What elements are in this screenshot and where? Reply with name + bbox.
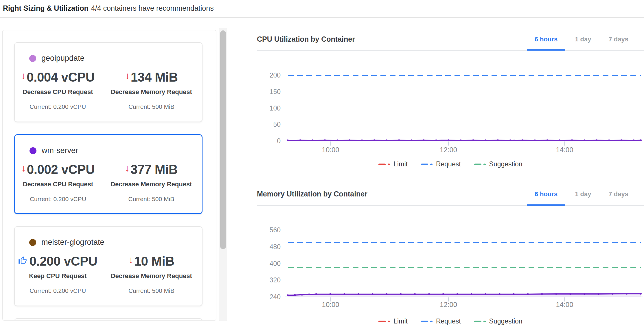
- chart-section: CPU Utilization by Container 6 hours1 da…: [257, 35, 644, 168]
- tab-7-days[interactable]: 7 days: [600, 190, 637, 205]
- time-range-tabs: 6 hours1 day7 days: [526, 190, 637, 205]
- data-point-marker: [640, 293, 642, 295]
- data-point-marker: [509, 139, 511, 141]
- data-point-marker: [324, 139, 326, 141]
- data-point-marker: [569, 293, 571, 295]
- cpu-recommendation: ↓ 0.002 vCPU Decrease CPU Request Curren…: [15, 162, 101, 203]
- tab-7-days[interactable]: 7 days: [600, 35, 637, 50]
- container-color-dot: [30, 147, 36, 154]
- data-point-marker: [349, 139, 351, 141]
- y-axis-label: 240: [270, 293, 281, 301]
- legend-suggestion: Suggestion: [474, 160, 522, 168]
- scrollbar-thumb[interactable]: [220, 30, 226, 249]
- legend-label: Limit: [393, 317, 408, 325]
- data-point-marker: [584, 139, 585, 141]
- data-point-marker: [571, 139, 573, 141]
- memory-current-value: Current: 500 MiB: [128, 103, 174, 110]
- container-card[interactable]: meister-glogrotate 0.200 vCPU Keep CPU R…: [14, 226, 203, 306]
- data-point-marker: [308, 293, 310, 295]
- data-point-marker: [541, 293, 543, 295]
- data-point-marker: [485, 293, 486, 295]
- data-point-marker: [470, 293, 472, 295]
- legend-suggestion: Suggestion: [474, 317, 522, 325]
- cpu-recommendation-label: Decrease CPU Request: [23, 181, 93, 188]
- data-point-marker: [312, 139, 313, 141]
- data-point-marker: [435, 139, 437, 141]
- cpu-recommendation-label: Decrease CPU Request: [23, 88, 93, 96]
- data-point-marker: [301, 294, 303, 296]
- data-point-marker: [626, 293, 628, 295]
- data-point-marker: [499, 293, 501, 295]
- data-point-marker: [287, 139, 289, 141]
- legend-label: Request: [436, 160, 461, 168]
- chart-section: Memory Utilization by Container 6 hours1…: [257, 190, 644, 325]
- arrow-down-icon: ↓: [125, 71, 130, 80]
- legend-request: Request: [421, 160, 461, 168]
- container-color-dot: [29, 55, 36, 62]
- legend-dash-icon: [378, 163, 390, 165]
- x-axis-label: 12:00: [440, 146, 457, 154]
- data-point-marker: [294, 294, 296, 296]
- cpu-recommendation: 0.200 vCPU Keep CPU Request Current: 0.2…: [15, 254, 101, 294]
- container-card[interactable]: geoipupdate ↓ 0.004 vCPU Decrease CPU Re…: [14, 42, 203, 122]
- data-point-marker: [315, 293, 317, 295]
- tab-6-hours[interactable]: 6 hours: [526, 190, 566, 205]
- arrow-down-icon: ↓: [21, 71, 26, 80]
- data-point-marker: [472, 139, 474, 141]
- arrow-down-icon: ↓: [128, 255, 133, 264]
- data-point-marker: [386, 293, 388, 295]
- y-axis-label: 480: [270, 243, 281, 251]
- memory-recommendation-label: Decrease Memory Request: [111, 181, 192, 188]
- memory-recommended-value: 377 MiB: [130, 162, 178, 177]
- y-axis-label: 50: [273, 121, 281, 128]
- tab-6-hours[interactable]: 6 hours: [526, 35, 566, 50]
- data-point-marker: [287, 294, 289, 296]
- data-point-marker: [400, 293, 402, 295]
- data-point-marker: [608, 139, 610, 141]
- y-axis-label: 400: [270, 260, 281, 267]
- memory-recommended-value: 134 MiB: [131, 70, 178, 84]
- charts-column: CPU Utilization by Container 6 hours1 da…: [257, 0, 644, 325]
- data-point-marker: [612, 293, 613, 295]
- legend-dash-icon: [421, 321, 433, 322]
- data-point-marker: [372, 293, 373, 295]
- data-point-marker: [398, 139, 400, 141]
- arrow-down-icon: ↓: [125, 163, 130, 173]
- data-point-marker: [411, 139, 412, 141]
- data-point-marker: [423, 139, 425, 141]
- x-axis-label: 14:00: [556, 146, 573, 154]
- scrollbar[interactable]: [219, 28, 227, 321]
- data-point-marker: [336, 139, 338, 141]
- time-range-tabs: 6 hours1 day7 days: [526, 35, 637, 50]
- data-point-marker: [584, 293, 585, 295]
- data-point-marker: [596, 139, 598, 141]
- chart-title: Memory Utilization by Container: [257, 190, 367, 205]
- memory-current-value: Current: 500 MiB: [128, 287, 174, 294]
- data-point-marker: [522, 139, 523, 141]
- data-point-marker: [428, 293, 430, 295]
- data-point-marker: [358, 293, 359, 295]
- data-point-marker: [527, 293, 529, 295]
- legend-limit: Limit: [378, 160, 408, 168]
- memory-recommendation: ↓ 134 MiB Decrease Memory Request Curren…: [101, 70, 202, 110]
- container-card[interactable]: wm-server ↓ 0.002 vCPU Decrease CPU Requ…: [14, 134, 203, 214]
- legend-request: Request: [421, 317, 461, 325]
- tab-1-day[interactable]: 1 day: [566, 190, 600, 205]
- cpu-recommendation-label: Keep CPU Request: [29, 272, 87, 280]
- memory-current-value: Current: 500 MiB: [128, 196, 174, 203]
- data-point-marker: [598, 293, 599, 295]
- container-color-dot: [29, 239, 36, 246]
- data-point-marker: [343, 293, 345, 295]
- tab-1-day[interactable]: 1 day: [566, 35, 600, 50]
- memory-recommendation-label: Decrease Memory Request: [111, 88, 192, 96]
- container-list-panel: geoipupdate ↓ 0.004 vCPU Decrease CPU Re…: [2, 30, 216, 321]
- data-point-marker: [460, 139, 462, 141]
- data-point-marker: [361, 139, 363, 141]
- cpu-current-value: Current: 0.200 vCPU: [30, 103, 86, 110]
- container-name: wm-server: [42, 146, 78, 155]
- cpu-recommended-value: 0.002 vCPU: [27, 162, 95, 177]
- data-point-marker: [329, 293, 331, 295]
- container-card-partial[interactable]: [14, 318, 203, 321]
- legend-label: Suggestion: [489, 160, 522, 168]
- data-point-marker: [386, 139, 388, 141]
